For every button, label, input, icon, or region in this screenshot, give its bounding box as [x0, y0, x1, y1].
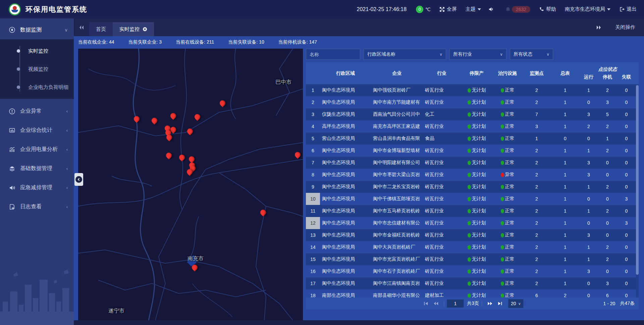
monitor-points-cell: 2	[522, 100, 551, 105]
sidebar-item-4[interactable]: 基础数据管理‹	[0, 159, 74, 178]
bureau-cell: 阆中生态环境局	[320, 256, 371, 262]
table-row[interactable]: 8阆中生态环境局阆中市枣碧大梁山页岩砖瓦行业无计划异常21300	[306, 169, 639, 181]
fullscreen-button[interactable]: 全屏	[439, 6, 457, 12]
tab-label: 首页	[96, 26, 106, 33]
close-operations-button[interactable]: 关闭操作	[615, 24, 635, 31]
column-group-point-status: 点位状态运行停机失联	[579, 62, 636, 84]
total-meters-cell: 1	[551, 245, 579, 250]
region-filter-value: 行政区域名称	[367, 51, 395, 57]
previous-page-button[interactable]	[433, 301, 439, 306]
sidebar-submenu: 实时监控视频监控企业电力负荷明细	[0, 39, 74, 99]
bureau-cell: 阆中生态环境局	[320, 268, 371, 274]
limit-status-label: 无计划	[472, 87, 486, 93]
first-page-button[interactable]	[423, 301, 428, 306]
stopped-count-cell: 6	[598, 293, 617, 297]
total-meters-cell: 0	[551, 136, 579, 141]
total-meters-cell: 1	[551, 269, 579, 274]
name-filter-input[interactable]	[306, 49, 360, 60]
facility-status-cell: 正常	[493, 87, 522, 93]
chevron-left-icon: ‹	[66, 109, 68, 114]
region-filter-select[interactable]: 行政区域名称 ∨	[364, 49, 446, 60]
table-row[interactable]: 2阆中生态环境局阆中市南方节能建材有砖瓦行业无计划正常21030	[306, 96, 639, 108]
facility-status-label: 正常	[505, 87, 515, 93]
row-index-cell: 6	[306, 145, 320, 157]
facility-status-cell: 正常	[493, 160, 522, 166]
running-count-cell: 3	[579, 232, 598, 238]
sidebar-item-3[interactable]: 企业用电量分析‹	[0, 140, 74, 159]
total-meters-cell: 1	[551, 220, 579, 226]
scrollbar-thumb[interactable]	[636, 85, 639, 275]
status-filter-select[interactable]: 所有状态 ∨	[510, 49, 553, 60]
sidebar-item-6[interactable]: 日志查看‹	[0, 197, 74, 216]
sidebar-item-2[interactable]: 企业综合统计‹	[0, 121, 74, 140]
table-row[interactable]: 11阆中生态环境局阆中市五马桥页岩机砖砖瓦行业无计划正常21120	[306, 205, 639, 217]
monitor-points-cell: 7	[522, 112, 551, 117]
company-cell: 阆中市江南镇阆南页岩	[371, 280, 423, 286]
limit-status-cell: 无计划	[461, 256, 493, 262]
map-panel[interactable]: 巴中市南充市遂宁市	[78, 49, 303, 320]
help-button[interactable]: 帮助	[539, 6, 556, 12]
industry-cell: 砖瓦行业	[423, 268, 461, 274]
table-row[interactable]: 1阆中生态环境局阆中强锐页岩砖厂砖瓦行业无计划正常21120	[306, 84, 639, 96]
monitor-points-cell: 2	[522, 184, 551, 189]
table-row[interactable]: 9阆中生态环境局阆中市二龙长宝页岩砖砖瓦行业无计划正常21120	[306, 181, 639, 193]
sidebar-item-5[interactable]: 应急减排管理‹	[0, 178, 74, 197]
next-page-button[interactable]	[487, 301, 493, 306]
running-count-cell: 3	[579, 172, 598, 177]
table-row[interactable]: 6阆中生态环境局阆中市金博瑞新型墙材砖瓦行业无计划正常21120	[306, 145, 639, 157]
table-row[interactable]: 3仪陇生态环境局西南油气田分公司川中化工无计划正常71350	[306, 108, 639, 120]
table-row[interactable]: 4高坪生态环境局南充市高坪区王家店建砖瓦行业无计划正常31220	[306, 120, 639, 132]
limit-status-label: 无计划	[472, 160, 486, 166]
logout-button[interactable]: 退出	[619, 6, 637, 12]
table-row[interactable]: 13阆中生态环境局阆中市金福旺页岩机砖砖瓦行业无计划正常21300	[306, 229, 639, 241]
notification-area[interactable]: 2632	[505, 6, 530, 13]
sidebar-subitem-视频监控[interactable]: 视频监控	[0, 60, 74, 78]
org-dropdown[interactable]: 南充市生态环境局	[565, 6, 610, 12]
status-dot-icon	[468, 185, 471, 189]
facility-status-cell: 异常	[493, 172, 522, 178]
company-cell: 南充市高坪区王家店建	[371, 123, 423, 129]
facility-status-cell: 正常	[493, 136, 522, 142]
tab-首页[interactable]: 首页	[89, 22, 113, 36]
limit-status-label: 无计划	[472, 280, 486, 286]
bureau-cell: 阆中生态环境局	[320, 232, 371, 238]
table-row[interactable]: 14阆中生态环境局阆中大兴页岩机砖厂砖瓦行业无计划正常21120	[306, 241, 639, 253]
page-size-select[interactable]: 20 ∨	[508, 299, 524, 308]
limit-status-cell: 无计划	[461, 232, 493, 238]
industry-filter-select[interactable]: 所有行业 ∨	[449, 49, 506, 60]
limit-status-cell: 无计划	[461, 292, 493, 297]
bureau-cell: 阆中生态环境局	[320, 184, 371, 190]
logout-label: 退出	[627, 6, 637, 12]
double-chevron-right-icon[interactable]	[596, 25, 602, 30]
tab-close-icon[interactable]	[143, 27, 147, 32]
monitor-points-cell: 2	[522, 172, 551, 177]
facility-status-cell: 正常	[493, 123, 522, 129]
tab-实时监控[interactable]: 实时监控	[113, 22, 154, 36]
bureau-cell: 仪陇生态环境局	[320, 111, 371, 117]
sidebar-item-0[interactable]: 数据监测∨	[0, 20, 74, 39]
table-row[interactable]: 15阆中生态环境局阆中市光富页岩机砖厂砖瓦行业无计划正常21120	[306, 253, 639, 265]
page-number-input[interactable]: 1	[447, 300, 464, 308]
table-row[interactable]: 16阆中生态环境局阆中市石子页岩机砖厂砖瓦行业无计划正常21300	[306, 265, 639, 277]
panel-collapse-toggle[interactable]	[74, 173, 83, 186]
last-page-button[interactable]	[497, 301, 502, 306]
theme-dropdown[interactable]: 主题	[466, 6, 481, 12]
sidebar-subitem-企业电力负荷明细[interactable]: 企业电力负荷明细	[0, 78, 74, 96]
status-dot-icon	[468, 197, 471, 201]
table-row[interactable]: 10阆中生态环境局阆中千佛镇五郎垭页岩砖瓦行业无计划正常21003	[306, 193, 639, 205]
sound-toggle[interactable]	[488, 7, 495, 12]
company-cell: 阆中千佛镇五郎垭页岩	[371, 196, 423, 202]
status-dot-icon	[501, 281, 504, 286]
table-row[interactable]: 7阆中生态环境局阆中明阳建材有限公司砖瓦行业无计划正常21300	[306, 157, 639, 169]
filter-bar: 行政区域名称 ∨ 所有行业 ∨ 所有状态 ∨	[306, 49, 639, 60]
tabs-scroll-left-button[interactable]	[74, 21, 89, 34]
table-row[interactable]: 18南部生态环境局南部县砌华小混有限公建材加工无计划正常62060	[306, 289, 639, 297]
industry-cell: 砖瓦行业	[423, 148, 461, 154]
table-row[interactable]: 5营山生态环境局营山县润丰肉食品有限食品无计划正常10010	[306, 132, 639, 145]
sidebar-subitem-实时监控[interactable]: 实时监控	[0, 42, 74, 60]
org-name-label: 南充市生态环境局	[565, 6, 605, 12]
table-row[interactable]: 17阆中生态环境局阆中市江南镇阆南页岩砖瓦行业无计划正常21030	[306, 277, 639, 289]
sidebar-item-1[interactable]: 企业异常‹	[0, 102, 74, 121]
table-scrollbar[interactable]	[636, 84, 639, 297]
table-row[interactable]: 12阆中生态环境局阆中市忠信建材有限公砖瓦行业无计划正常21003	[306, 217, 639, 229]
